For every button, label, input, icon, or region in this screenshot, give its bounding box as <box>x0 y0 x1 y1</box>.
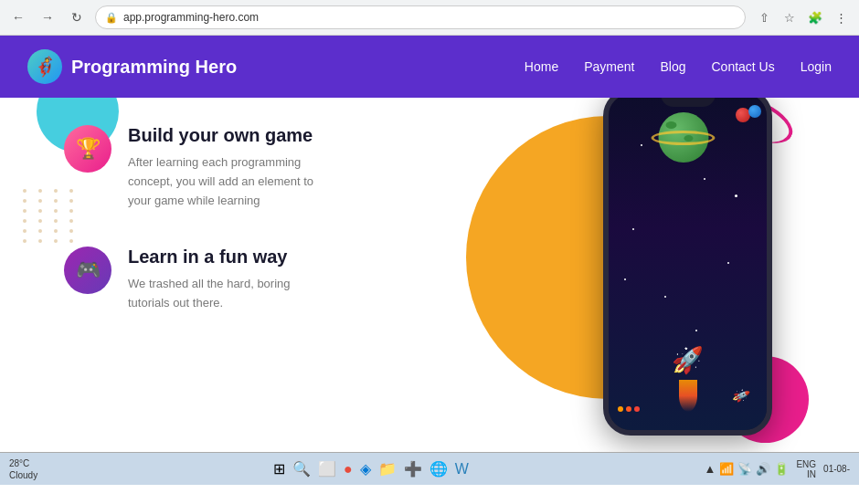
taskbar-center: ⊞ 🔍 ⬜ ● ◈ 📁 ➕ 🌐 W <box>273 460 469 478</box>
phone-screen: 🚀 🚀 <box>609 98 767 430</box>
feature-2-title: Learn in a fun way <box>128 247 329 268</box>
forward-button[interactable]: → <box>37 6 58 28</box>
taskbar-right: ▲ 📶 📡 🔊 🔋 ENGIN 01-08- <box>705 459 850 479</box>
feature-1-icon: 🏆 <box>64 125 111 173</box>
back-button[interactable]: ← <box>7 6 29 28</box>
feature-1-title: Build your own game <box>128 125 329 146</box>
app2-icon[interactable]: 🌐 <box>430 460 448 478</box>
phone-outer: 🚀 🚀 <box>603 98 772 436</box>
browser-toolbar: ← → ↻ 🔒 app.programming-hero.com ⇧ ☆ 🧩 ⋮ <box>0 0 859 35</box>
start-button[interactable]: ⊞ <box>273 460 285 478</box>
phone-mockup: 🚀 🚀 <box>603 98 772 445</box>
weather-display: 28°C Cloudy <box>9 457 37 481</box>
time-display: 01-08- <box>823 464 850 474</box>
planet-bump <box>665 121 676 129</box>
hero-section: 🚀 🚀 🏆 <box>0 98 859 452</box>
wifi-icon[interactable]: 📡 <box>737 462 752 476</box>
trophy-icon: 🏆 <box>76 137 101 161</box>
files-icon[interactable]: 📁 <box>378 460 397 478</box>
battery-icon[interactable]: 🔋 <box>774 462 789 476</box>
rocket-small: 🚀 <box>731 386 750 405</box>
system-tray: ▲ 📶 📡 🔊 🔋 <box>705 462 790 476</box>
feature-1-description: After learning each programming concept,… <box>128 153 329 210</box>
address-bar[interactable]: 🔒 app.programming-hero.com <box>95 5 746 29</box>
reload-button[interactable]: ↻ <box>66 6 88 28</box>
share-icon[interactable]: ⇧ <box>753 6 775 28</box>
small-planet-blue <box>748 105 761 118</box>
planet <box>658 112 717 163</box>
nav-links: Home Payment Blog Contact Us Login <box>525 59 832 74</box>
lock-icon: 🔒 <box>105 12 118 24</box>
up-arrow-icon[interactable]: ▲ <box>705 462 716 476</box>
feature-2-text: Learn in a fun way We trashed all the ha… <box>128 247 329 313</box>
nav-login[interactable]: Login <box>801 59 832 74</box>
fun-icon: 🎮 <box>76 258 101 282</box>
time: 01-08- <box>823 464 850 474</box>
edge-icon[interactable]: ◈ <box>360 460 371 478</box>
navbar: 🦸 Programming Hero Home Payment Blog Con… <box>0 36 859 98</box>
word-icon[interactable]: W <box>455 461 469 478</box>
feature-1-text: Build your own game After learning each … <box>128 125 329 210</box>
network-icon[interactable]: 📶 <box>719 462 734 476</box>
bookmark-icon[interactable]: ☆ <box>779 6 801 28</box>
toolbar-icons: ⇧ ☆ 🧩 ⋮ <box>753 6 852 28</box>
extensions-icon[interactable]: 🧩 <box>804 6 826 28</box>
chrome-icon[interactable]: ● <box>344 461 353 478</box>
app1-icon[interactable]: ➕ <box>404 460 422 478</box>
weather-condition: Cloudy <box>9 469 37 481</box>
language-indicator: ENGIN <box>796 459 816 479</box>
nav-contact-us[interactable]: Contact Us <box>711 59 774 74</box>
taskbar: 28°C Cloudy ⊞ 🔍 ⬜ ● ◈ 📁 ➕ 🌐 W ▲ 📶 📡 🔊 🔋 … <box>0 452 859 485</box>
feature-2-description: We trashed all the hard, boring tutorial… <box>128 275 329 313</box>
search-taskbar-icon[interactable]: 🔍 <box>292 460 311 478</box>
temperature: 28°C <box>9 457 37 469</box>
planet-ring <box>651 131 715 145</box>
phone-dots <box>618 406 640 412</box>
brand-name: Programming Hero <box>71 57 237 78</box>
rocket-main: 🚀 <box>672 345 704 375</box>
feature-2: 🎮 Learn in a fun way We trashed all the … <box>64 247 393 313</box>
phone-notch <box>661 98 716 107</box>
brand: 🦸 Programming Hero <box>27 49 237 84</box>
nav-payment[interactable]: Payment <box>584 59 634 74</box>
url-text: app.programming-hero.com <box>123 11 736 24</box>
task-view-icon[interactable]: ⬜ <box>318 460 336 478</box>
feature-1: 🏆 Build your own game After learning eac… <box>64 125 393 210</box>
page-content: 🦸 Programming Hero Home Payment Blog Con… <box>0 36 859 452</box>
brand-icon: 🦸 <box>27 49 62 84</box>
browser-menu-icon[interactable]: ⋮ <box>830 6 852 28</box>
hero-content: 🏆 Build your own game After learning eac… <box>64 125 393 350</box>
volume-icon[interactable]: 🔊 <box>756 462 770 476</box>
nav-blog[interactable]: Blog <box>660 59 685 74</box>
planet-body <box>658 112 708 163</box>
nav-home[interactable]: Home <box>525 59 558 74</box>
browser-chrome: ← → ↻ 🔒 app.programming-hero.com ⇧ ☆ 🧩 ⋮ <box>0 0 859 36</box>
rocket-flame <box>679 380 697 412</box>
feature-2-icon: 🎮 <box>64 247 111 294</box>
